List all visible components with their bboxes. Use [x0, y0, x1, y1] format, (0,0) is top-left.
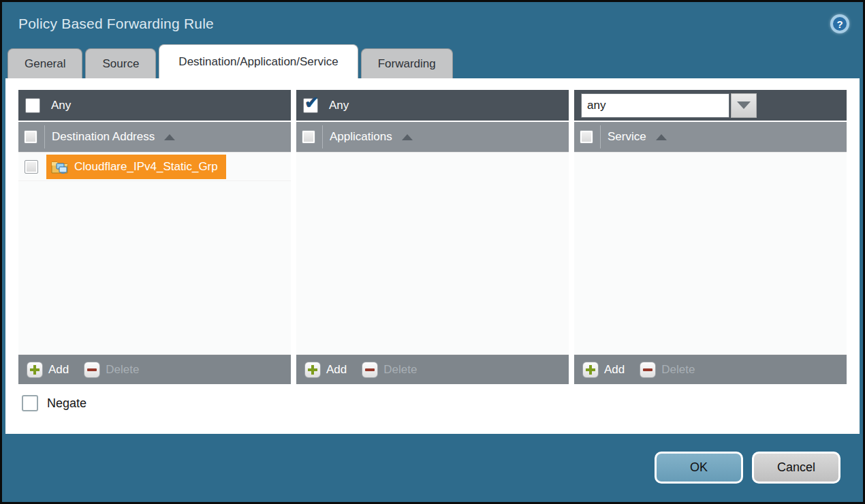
negate-checkbox[interactable]: [22, 395, 38, 411]
plus-icon: [27, 362, 43, 378]
service-add-button[interactable]: Add: [582, 362, 625, 378]
service-footer: Add Delete: [574, 354, 847, 384]
destination-any-bar: Any: [18, 90, 291, 122]
delete-label: Delete: [383, 363, 417, 377]
negate-label: Negate: [47, 396, 86, 411]
tab-destination-application-service[interactable]: Destination/Application/Service: [159, 44, 358, 78]
policy-based-forwarding-dialog: Policy Based Forwarding Rule ? General S…: [0, 0, 865, 504]
plus-icon: [582, 362, 599, 378]
plus-icon: [304, 362, 321, 378]
service-column-header[interactable]: Service: [574, 122, 847, 153]
applications-any-label: Any: [329, 99, 349, 112]
applications-any-bar: Any: [296, 90, 569, 122]
applications-header-label: Applications: [330, 130, 392, 144]
add-label: Add: [326, 363, 347, 377]
header-divider: [44, 125, 45, 148]
applications-list: [296, 153, 569, 354]
service-header-label: Service: [608, 130, 646, 144]
chevron-down-icon: [737, 101, 751, 109]
destination-delete-button[interactable]: Delete: [84, 362, 139, 378]
destination-any-checkbox[interactable]: [25, 98, 40, 113]
selector-columns: Any Destination Address: [18, 90, 847, 384]
tab-source[interactable]: Source: [85, 48, 156, 78]
sort-ascending-icon: [164, 134, 175, 140]
applications-delete-button[interactable]: Delete: [362, 362, 417, 378]
applications-panel: Any Applications Add: [296, 90, 569, 384]
ok-button[interactable]: OK: [655, 452, 743, 484]
service-dropdown-value[interactable]: [581, 93, 729, 118]
destination-select-all-checkbox[interactable]: [24, 130, 37, 144]
header-divider: [600, 125, 601, 148]
service-any-bar: [574, 90, 847, 122]
dialog-button-bar: OK Cancel: [655, 452, 840, 484]
applications-column-header[interactable]: Applications: [296, 122, 569, 153]
minus-icon: [84, 362, 100, 378]
service-select-all-checkbox[interactable]: [580, 130, 593, 144]
applications-add-button[interactable]: Add: [304, 362, 347, 378]
address-group-icon: [51, 159, 69, 174]
tab-content-panel: Any Destination Address: [5, 78, 860, 434]
dialog-title: Policy Based Forwarding Rule: [18, 16, 214, 32]
destination-address-panel: Any Destination Address: [18, 90, 291, 384]
delete-label: Delete: [106, 363, 139, 377]
destination-row-checkbox[interactable]: [25, 160, 38, 174]
destination-row-label: Cloudflare_IPv4_Static_Grp: [74, 160, 218, 174]
destination-column-header[interactable]: Destination Address: [18, 122, 291, 153]
destination-list: Cloudflare_IPv4_Static_Grp: [18, 153, 291, 354]
applications-footer: Add Delete: [296, 354, 569, 384]
dialog-titlebar: Policy Based Forwarding Rule ?: [2, 2, 863, 46]
destination-header-label: Destination Address: [52, 130, 155, 144]
minus-icon: [640, 362, 656, 378]
applications-select-all-checkbox[interactable]: [302, 130, 315, 144]
applications-any-checkbox[interactable]: [303, 98, 318, 113]
minus-icon: [362, 362, 378, 378]
service-delete-button[interactable]: Delete: [640, 362, 695, 378]
service-panel: Service Add Delete: [574, 90, 847, 384]
add-label: Add: [48, 363, 69, 377]
negate-row: Negate: [18, 395, 847, 411]
delete-label: Delete: [661, 363, 695, 377]
destination-list-row: Cloudflare_IPv4_Static_Grp: [18, 153, 291, 181]
destination-add-button[interactable]: Add: [27, 362, 69, 378]
destination-any-label: Any: [51, 99, 71, 112]
destination-footer: Add Delete: [18, 354, 291, 384]
service-dropdown-button[interactable]: [731, 93, 757, 118]
sort-ascending-icon: [402, 134, 413, 140]
service-list: [574, 153, 847, 354]
header-divider: [322, 125, 323, 148]
tab-forwarding[interactable]: Forwarding: [361, 48, 453, 78]
tab-bar: General Source Destination/Application/S…: [2, 46, 863, 78]
add-label: Add: [604, 363, 625, 377]
tab-general[interactable]: General: [7, 48, 82, 78]
sort-ascending-icon: [656, 134, 667, 140]
cancel-button[interactable]: Cancel: [752, 452, 840, 484]
help-icon[interactable]: ?: [830, 14, 849, 33]
destination-row-value[interactable]: Cloudflare_IPv4_Static_Grp: [46, 155, 226, 179]
service-dropdown: [581, 93, 757, 118]
